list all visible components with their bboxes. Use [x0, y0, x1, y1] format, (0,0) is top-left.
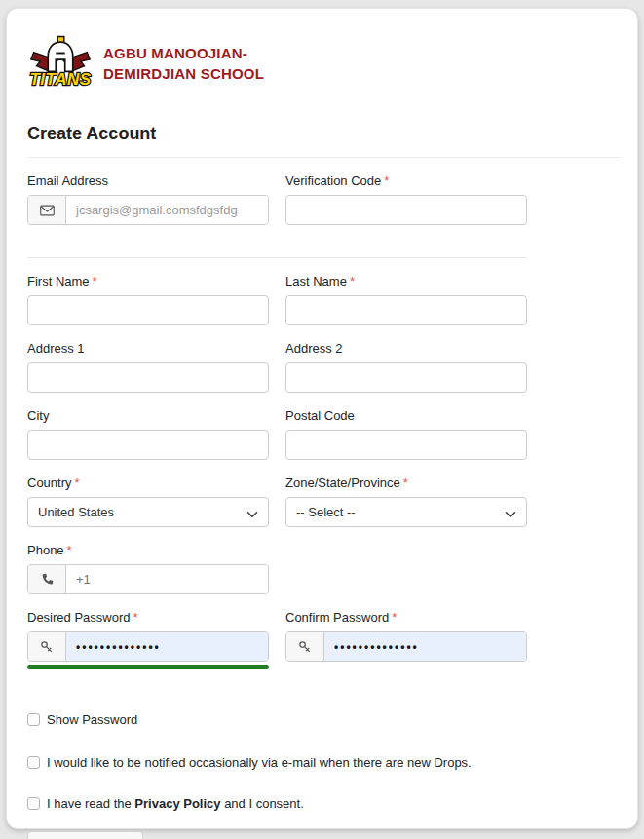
section-divider [27, 257, 527, 258]
email-input[interactable] [66, 196, 268, 224]
last-name-label: Last Name* [285, 274, 527, 288]
country-label: Country* [27, 476, 269, 490]
key-icon [286, 632, 324, 661]
notify-row: I would like to be notified occasionally… [27, 755, 527, 770]
required-asterisk: * [93, 274, 97, 288]
country-field-group: Country* United States [27, 476, 269, 527]
required-asterisk: * [133, 610, 138, 625]
desired-password-field-group: Desired Password* [27, 610, 269, 669]
required-asterisk: * [392, 610, 397, 625]
address1-input[interactable] [27, 362, 269, 393]
zone-label: Zone/State/Province* [285, 476, 527, 490]
key-icon [28, 632, 66, 661]
privacy-row: I have read the Privacy Policy and I con… [27, 796, 527, 811]
first-name-field-group: First Name* [27, 274, 269, 325]
address2-label: Address 2 [285, 341, 527, 356]
confirm-password-input[interactable] [324, 632, 526, 661]
city-input[interactable] [27, 430, 269, 460]
privacy-checkbox[interactable] [27, 797, 40, 810]
confirm-password-label: Confirm Password* [285, 610, 527, 625]
email-input-group [27, 195, 269, 225]
desired-password-label: Desired Password* [27, 610, 269, 625]
create-account-card: TITANS AGBU MANOOJIAN- DEMIRDJIAN SCHOOL… [6, 8, 638, 829]
chevron-down-icon [505, 507, 516, 521]
show-password-label: Show Password [47, 712, 137, 727]
address1-label: Address 1 [27, 341, 269, 356]
verification-code-input[interactable] [285, 195, 527, 225]
desired-password-input-group [27, 631, 269, 662]
svg-text:TITANS: TITANS [30, 70, 92, 89]
required-asterisk: * [403, 476, 408, 490]
required-asterisk: * [384, 173, 389, 188]
address2-input[interactable] [285, 362, 527, 393]
address2-field-group: Address 2 [285, 341, 527, 393]
privacy-label: I have read the Privacy Policy and I con… [47, 796, 304, 811]
required-asterisk: * [67, 543, 72, 557]
address1-field-group: Address 1 [27, 341, 269, 393]
first-name-label: First Name* [27, 274, 269, 288]
last-name-field-group: Last Name* [285, 274, 527, 325]
city-field-group: City [27, 408, 269, 460]
privacy-policy-link[interactable]: Privacy Policy [134, 796, 220, 811]
desired-password-input[interactable] [66, 632, 268, 661]
confirm-password-input-group [285, 631, 527, 662]
heading-divider [27, 157, 621, 158]
phone-input-group [27, 564, 269, 594]
email-field-group: Email Address [27, 173, 269, 225]
first-name-input[interactable] [27, 295, 269, 325]
chevron-down-icon [246, 507, 258, 521]
verification-code-label: Verification Code* [285, 173, 527, 188]
password-strength-bar [27, 665, 269, 669]
zone-select[interactable]: -- Select -- [285, 497, 527, 527]
phone-label: Phone* [27, 543, 269, 557]
page-title: Create Account [27, 124, 621, 144]
create-account-form: Email Address Verification Code* [27, 173, 527, 839]
last-name-input[interactable] [285, 295, 527, 325]
country-select[interactable]: United States [27, 497, 269, 527]
zone-field-group: Zone/State/Province* -- Select -- [285, 476, 527, 527]
email-label: Email Address [27, 173, 269, 188]
postal-code-input[interactable] [285, 430, 527, 460]
verification-code-field-group: Verification Code* [285, 173, 527, 225]
notify-label: I would like to be notified occasionally… [47, 755, 472, 770]
phone-icon [28, 565, 66, 593]
postal-code-field-group: Postal Code [285, 408, 527, 460]
create-account-button[interactable]: Create Account [27, 831, 143, 839]
phone-input[interactable] [66, 565, 268, 593]
school-brand: TITANS AGBU MANOOJIAN- DEMIRDJIAN SCHOOL [27, 34, 621, 93]
titans-logo-icon: TITANS [27, 34, 94, 93]
confirm-password-field-group: Confirm Password* [285, 610, 527, 669]
required-asterisk: * [350, 274, 355, 288]
notify-checkbox[interactable] [27, 756, 40, 769]
required-asterisk: * [75, 476, 80, 490]
envelope-icon [28, 196, 66, 224]
show-password-checkbox[interactable] [27, 713, 40, 726]
city-label: City [27, 408, 269, 423]
phone-field-group: Phone* [27, 543, 269, 594]
school-name: AGBU MANOOJIAN- DEMIRDJIAN SCHOOL [103, 43, 264, 84]
show-password-row: Show Password [27, 712, 527, 727]
postal-code-label: Postal Code [285, 408, 527, 423]
